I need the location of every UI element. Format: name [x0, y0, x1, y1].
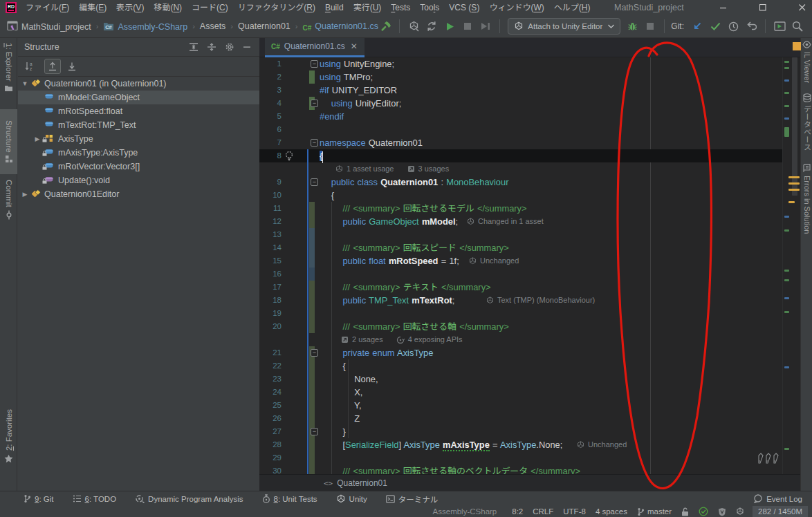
statusbar-item-unity[interactable]: Unity — [336, 494, 367, 504]
tree-item-quaternion01[interactable]: ▼Quaternion01 (in Quaternion01) — [18, 77, 259, 91]
code-editor[interactable]: 1−using UnityEngine;2using TMPro;3#if UN… — [259, 57, 800, 474]
stripe-mark[interactable] — [784, 270, 789, 272]
intention-bulb-icon[interactable] — [284, 151, 294, 161]
fold-marker-icon[interactable]: − — [311, 349, 318, 357]
sidebar-item-structure[interactable]: Structure — [0, 109, 17, 174]
stripe-mark-warning[interactable] — [788, 176, 800, 178]
inlay-hint-text[interactable]: 2 usages — [352, 333, 383, 346]
stripe-mark[interactable] — [784, 92, 789, 94]
sidebar-item-database[interactable]: データベース — [801, 93, 812, 151]
breadcrumb-quaternion01[interactable]: <>Quaternion01 — [324, 478, 387, 488]
stripe-mark[interactable] — [784, 448, 789, 450]
inlay-hint-text[interactable]: 4 exposing APIs — [408, 333, 463, 346]
menu-item-4[interactable]: コード(C) — [187, 0, 233, 15]
close-button[interactable] — [782, 0, 812, 15]
stop-process-button[interactable] — [641, 18, 659, 35]
stripe-mark[interactable] — [784, 229, 789, 232]
maximize-button[interactable] — [743, 0, 782, 15]
sidebar-item-commit[interactable]: Commit — [0, 180, 17, 234]
inspections-status-icon[interactable] — [793, 42, 801, 50]
git-commit-button[interactable] — [706, 18, 724, 35]
sidebar-item-il-viewer[interactable]: IL Viewer — [801, 40, 812, 83]
menu-item-5[interactable]: リファクタリング(R) — [233, 0, 320, 15]
expand-all-button[interactable] — [189, 42, 199, 52]
status-encoding[interactable]: UTF-8 — [563, 507, 586, 516]
sidebar-item-explorer[interactable]: 1: Explorer — [0, 43, 17, 94]
run-anything-button[interactable] — [771, 18, 788, 35]
statusbar-item-dpa[interactable]: Dynamic Program Analysis — [135, 494, 243, 503]
stripe-mark[interactable] — [784, 61, 789, 63]
lock-icon[interactable] — [681, 507, 689, 516]
tab-quaternion01[interactable]: C# Quaternion01.cs ✕ — [265, 38, 365, 57]
menu-item-2[interactable]: 表示(V) — [111, 0, 149, 15]
inlay-hint-text[interactable]: 3 usages — [418, 162, 450, 176]
run-button[interactable] — [441, 18, 459, 35]
git-update-button[interactable] — [688, 18, 706, 35]
stripe-mark[interactable] — [784, 279, 789, 281]
error-stripe[interactable] — [782, 57, 800, 474]
statusbar-item-terminal[interactable]: ターミナル — [386, 494, 439, 505]
minimize-button[interactable] — [703, 0, 743, 15]
menu-item-8[interactable]: Tests — [386, 0, 415, 15]
build-solution-button[interactable] — [376, 18, 394, 35]
stripe-mark[interactable] — [784, 67, 789, 69]
tree-item-mrotspeed[interactable]: mRotSpeed:float — [18, 104, 259, 118]
menu-item-6[interactable]: Build — [320, 0, 349, 15]
memory-indicator[interactable]: 282 / 1450M — [753, 506, 808, 517]
sort-alphabetically-button[interactable]: az — [21, 59, 37, 74]
tree-item-mmodel[interactable]: mModel:GameObject — [18, 91, 259, 104]
fold-marker-icon[interactable]: − — [311, 100, 318, 107]
stripe-mark[interactable] — [784, 216, 789, 218]
rollback-button[interactable] — [742, 18, 760, 35]
search-everywhere-button[interactable] — [788, 18, 806, 35]
menu-item-11[interactable]: ウィンドウ(W) — [484, 0, 548, 15]
stripe-mark[interactable] — [784, 366, 789, 368]
menu-item-10[interactable]: VCS (S) — [444, 0, 484, 15]
tree-item-mtextrot[interactable]: mTextRot:TMP_Text — [18, 118, 259, 132]
structure-settings-button[interactable] — [225, 42, 234, 52]
hide-panel-button[interactable] — [243, 43, 251, 51]
inlay-hint-text[interactable]: 1 asset usage — [347, 162, 394, 176]
scrollbar-thumb[interactable] — [792, 57, 797, 196]
statusbar-item-todo[interactable]: 6: TODO — [73, 495, 117, 503]
status-git-branch[interactable]: master — [637, 507, 672, 516]
fold-marker-icon[interactable]: − — [311, 139, 318, 147]
tab-close-icon[interactable]: ✕ — [351, 41, 358, 51]
menu-item-3[interactable]: 移動(N) — [149, 0, 187, 15]
step-button[interactable] — [477, 18, 495, 35]
chevron-right-icon[interactable]: ▶ — [19, 191, 30, 198]
autoscroll-to-source-button[interactable] — [44, 59, 61, 74]
stop-button[interactable] — [459, 18, 477, 35]
stripe-mark-warning[interactable] — [788, 182, 800, 185]
menu-item-1[interactable]: 編集(E) — [74, 0, 111, 15]
history-button[interactable] — [724, 18, 742, 35]
chevron-down-icon[interactable]: ▼ — [19, 80, 30, 87]
status-indent[interactable]: 4 spaces — [596, 507, 627, 516]
tree-item-mrotvector[interactable]: mRotVector:Vector3[] — [18, 160, 259, 173]
breadcrumb-item-quaternion01-cs[interactable]: C#Quaternion01.cs — [302, 21, 378, 32]
statusbar-item-unit-tests[interactable]: 8: Unit Tests — [262, 494, 317, 503]
unity-status-icon[interactable] — [736, 507, 744, 516]
status-line-ending[interactable]: CRLF — [533, 507, 553, 516]
fold-marker-icon[interactable]: − — [311, 60, 318, 68]
stripe-mark[interactable] — [784, 79, 789, 82]
inspections-ok-icon[interactable] — [699, 507, 708, 516]
stripe-mark[interactable] — [784, 105, 789, 107]
tree-item-update[interactable]: Update():void — [18, 173, 259, 187]
stripe-mark[interactable] — [784, 297, 789, 299]
attach-to-unity-dropdown[interactable]: Attach to Unity Editor — [508, 18, 620, 35]
fold-marker-icon[interactable]: − — [311, 178, 318, 186]
stripe-mark[interactable] — [784, 311, 789, 313]
tree-item-maxistype[interactable]: mAxisType:AxisType — [18, 146, 259, 160]
stripe-mark-warning[interactable] — [788, 201, 795, 203]
menu-item-9[interactable]: Tools — [415, 0, 444, 15]
menu-item-12[interactable]: ヘルプ(H) — [549, 0, 596, 15]
menu-item-7[interactable]: 実行(U) — [349, 0, 387, 15]
fold-marker-icon[interactable]: − — [311, 428, 318, 435]
stripe-mark[interactable] — [784, 118, 789, 120]
reload-button[interactable] — [423, 18, 441, 35]
breadcrumb-item-mathstudi-project[interactable]: MathStudi_project — [7, 21, 91, 32]
code-vision-pencils-icon[interactable] — [757, 452, 781, 464]
collapse-all-button[interactable] — [207, 42, 216, 52]
debug-attach-button[interactable] — [623, 18, 641, 35]
